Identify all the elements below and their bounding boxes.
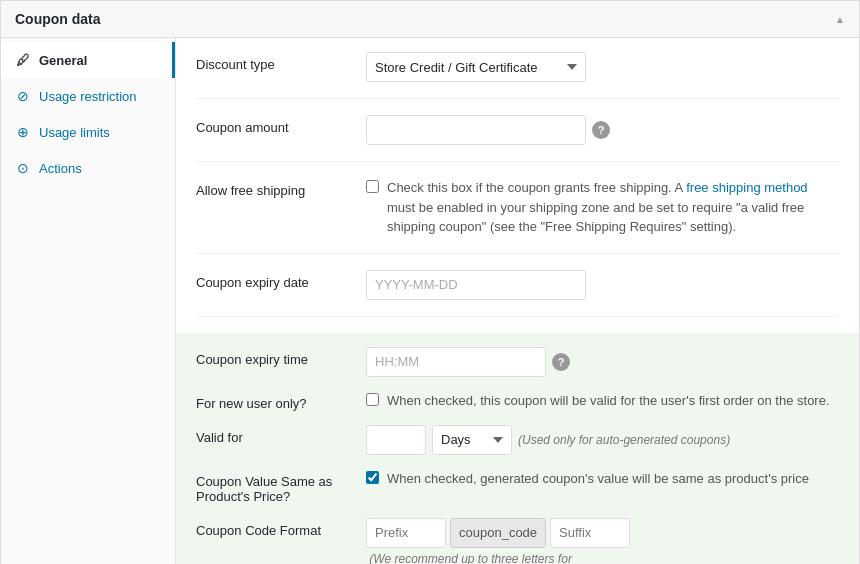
allow-free-shipping-checkbox-wrap: Check this box if the coupon grants free…	[366, 178, 839, 237]
valid-for-row: Valid for 0 Days Weeks Months (Used only…	[196, 425, 839, 455]
valid-for-wrap: 0 Days Weeks Months (Used only for auto-…	[366, 425, 730, 455]
coupon-expiry-date-control	[366, 270, 839, 300]
for-new-user-description: When checked, this coupon will be valid …	[387, 391, 830, 411]
coupon-panel: Coupon data ▲ 🖊 General ⊘ Usage restrict…	[0, 0, 860, 564]
free-shipping-method-link[interactable]: free shipping method	[686, 180, 807, 195]
coupon-expiry-time-help-icon[interactable]: ?	[552, 353, 570, 371]
coupon-suffix-input[interactable]	[550, 518, 630, 548]
discount-type-control: Percentage discount Fixed cart discount …	[366, 52, 839, 82]
coupon-expiry-date-row: Coupon expiry date	[196, 270, 839, 317]
for-new-user-checkbox[interactable]	[366, 393, 379, 406]
coupon-value-same-label: Coupon Value Same as Product's Price?	[196, 469, 366, 504]
valid-for-note: (Used only for auto-generated coupons)	[518, 433, 730, 447]
allow-free-shipping-checkbox[interactable]	[366, 180, 379, 193]
coupon-expiry-time-control: ?	[366, 347, 839, 377]
coupon-amount-control: 0 ?	[366, 115, 839, 145]
sidebar-label-general: General	[39, 53, 87, 68]
valid-for-control: 0 Days Weeks Months (Used only for auto-…	[366, 425, 839, 455]
valid-for-label: Valid for	[196, 425, 366, 445]
panel-body: 🖊 General ⊘ Usage restriction ⊕ Usage li…	[1, 38, 859, 564]
coupon-value-same-label-line2: Product's Price?	[196, 489, 290, 504]
collapse-icon[interactable]: ▲	[835, 14, 845, 25]
coupon-amount-input[interactable]: 0	[366, 115, 586, 145]
coupon-expiry-date-label: Coupon expiry date	[196, 270, 366, 290]
coupon-expiry-date-input[interactable]	[366, 270, 586, 300]
sidebar-item-usage-limits[interactable]: ⊕ Usage limits	[1, 114, 175, 150]
coupon-amount-label: Coupon amount	[196, 115, 366, 135]
actions-icon: ⊙	[15, 160, 31, 176]
coupon-amount-row: Coupon amount 0 ?	[196, 115, 839, 162]
coupon-value-same-control: When checked, generated coupon's value w…	[366, 469, 839, 489]
valid-for-input[interactable]: 0	[366, 425, 426, 455]
panel-title: Coupon data	[15, 11, 101, 27]
allow-free-shipping-row: Allow free shipping Check this box if th…	[196, 178, 839, 254]
coupon-value-same-description: When checked, generated coupon's value w…	[387, 469, 809, 489]
coupon-format-wrap: coupon_code (We recommend up to three le…	[366, 518, 839, 565]
allow-free-shipping-label: Allow free shipping	[196, 178, 366, 198]
allow-free-shipping-description: Check this box if the coupon grants free…	[387, 178, 839, 237]
coupon-expiry-time-row: Coupon expiry time ?	[196, 347, 839, 377]
sidebar-label-usage-restriction: Usage restriction	[39, 89, 137, 104]
discount-type-select[interactable]: Percentage discount Fixed cart discount …	[366, 52, 586, 82]
for-new-user-label: For new user only?	[196, 391, 366, 411]
coupon-value-same-label-line1: Coupon Value Same as	[196, 474, 332, 489]
usage-limits-icon: ⊕	[15, 124, 31, 140]
valid-for-unit-select[interactable]: Days Weeks Months	[432, 425, 512, 455]
highlighted-section: Coupon expiry time ? For new user only? …	[176, 333, 859, 565]
sidebar-item-usage-restriction[interactable]: ⊘ Usage restriction	[1, 78, 175, 114]
coupon-value-same-checkbox[interactable]	[366, 471, 379, 484]
form-content: Discount type Percentage discount Fixed …	[176, 38, 859, 564]
general-icon: 🖊	[15, 52, 31, 68]
for-new-user-checkbox-wrap: When checked, this coupon will be valid …	[366, 391, 830, 411]
sidebar-item-actions[interactable]: ⊙ Actions	[1, 150, 175, 186]
allow-free-shipping-control: Check this box if the coupon grants free…	[366, 178, 839, 237]
panel-header: Coupon data ▲	[1, 1, 859, 38]
coupon-code-static: coupon_code	[450, 518, 546, 548]
sidebar-label-usage-limits: Usage limits	[39, 125, 110, 140]
coupon-expiry-time-input[interactable]	[366, 347, 546, 377]
for-new-user-row: For new user only? When checked, this co…	[196, 391, 839, 411]
coupon-code-format-label: Coupon Code Format	[196, 518, 366, 538]
sidebar: 🖊 General ⊘ Usage restriction ⊕ Usage li…	[1, 38, 176, 564]
coupon-format-note-line1: (We recommend up to three letters for	[366, 552, 572, 565]
sidebar-label-actions: Actions	[39, 161, 82, 176]
coupon-value-same-checkbox-wrap: When checked, generated coupon's value w…	[366, 469, 809, 489]
for-new-user-control: When checked, this coupon will be valid …	[366, 391, 839, 411]
discount-type-label: Discount type	[196, 52, 366, 72]
coupon-code-format-row: Coupon Code Format coupon_code (We recom…	[196, 518, 839, 565]
coupon-expiry-time-label: Coupon expiry time	[196, 347, 366, 367]
coupon-value-same-row: Coupon Value Same as Product's Price? Wh…	[196, 469, 839, 504]
usage-restriction-icon: ⊘	[15, 88, 31, 104]
coupon-code-format-control: coupon_code (We recommend up to three le…	[366, 518, 839, 565]
coupon-amount-help-icon[interactable]: ?	[592, 121, 610, 139]
coupon-prefix-input[interactable]	[366, 518, 446, 548]
sidebar-item-general[interactable]: 🖊 General	[1, 42, 175, 78]
discount-type-row: Discount type Percentage discount Fixed …	[196, 52, 839, 99]
